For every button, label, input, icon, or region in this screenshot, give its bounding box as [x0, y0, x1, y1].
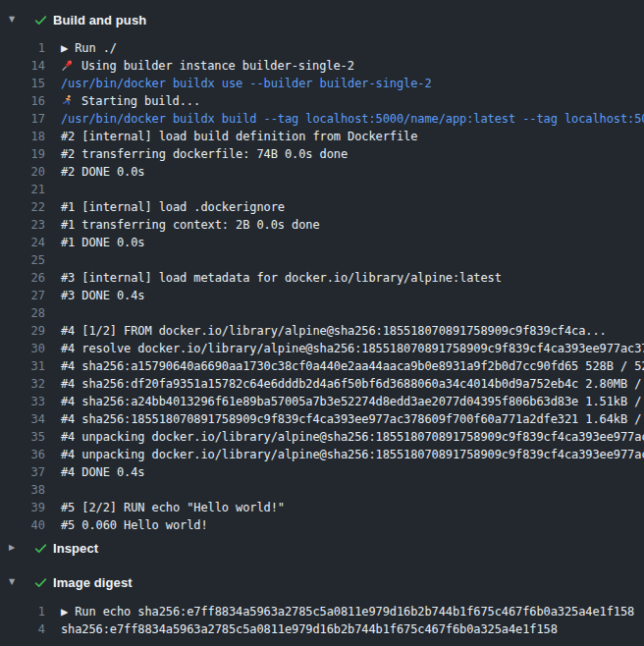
line-number[interactable]: 4: [0, 620, 45, 638]
log-line: 30 #4 resolve docker.io/library/alpine@s…: [0, 340, 644, 357]
line-number[interactable]: 19: [0, 145, 45, 163]
log-line: 25: [0, 251, 644, 269]
line-number[interactable]: 14: [0, 57, 45, 75]
line-text: #3 [internal] load metadata for docker.i…: [61, 269, 502, 287]
line-number[interactable]: 26: [0, 269, 45, 287]
line-number[interactable]: 16: [0, 92, 45, 110]
line-text: #2 DONE 0.0s: [61, 163, 145, 181]
line-number[interactable]: 1: [0, 603, 45, 620]
line-text: #4 unpacking docker.io/library/alpine@sh…: [61, 446, 644, 463]
step-build-and-push: ▼ Build and push 1 ▶ Run ./ 14 Using bui…: [0, 8, 644, 534]
line-number[interactable]: 30: [0, 340, 45, 357]
step-title: Inspect: [53, 541, 98, 556]
line-text: #1 DONE 0.0s: [61, 234, 145, 251]
step-title: Build and push: [53, 13, 146, 27]
line-text: #4 sha256:185518070891758909c9f839cf4ca3…: [61, 410, 644, 428]
log-line: 21: [0, 181, 644, 198]
line-number[interactable]: 29: [0, 322, 45, 340]
step-image-digest: ▼ Image digest 1 ▶ Run echo sha256:e7ff8…: [0, 570, 644, 638]
success-check-icon: [25, 575, 53, 590]
line-number[interactable]: 24: [0, 234, 45, 251]
log-line: 14 Using builder instance builder-single…: [0, 57, 644, 75]
log-line: 22 #1 [internal] load .dockerignore: [0, 198, 644, 216]
step-header[interactable]: ▼ Image digest: [0, 570, 644, 594]
line-number[interactable]: 36: [0, 446, 45, 463]
line-text: Starting build...: [61, 92, 200, 110]
log-line: 18 #2 [internal] load build definition f…: [0, 128, 644, 145]
log-line: 40 #5 0.060 Hello world!: [0, 516, 644, 534]
step-title: Image digest: [53, 575, 133, 590]
line-number[interactable]: 27: [0, 287, 45, 304]
line-number[interactable]: 39: [0, 499, 45, 516]
line-text: #4 sha256:df20fa9351a15782c64e6dddb2d4a6…: [61, 375, 644, 393]
line-number[interactable]: 17: [0, 110, 45, 128]
log-line: 20 #2 DONE 0.0s: [0, 163, 644, 181]
log-line: 36 #4 unpacking docker.io/library/alpine…: [0, 446, 644, 463]
pin-icon: [61, 59, 74, 72]
line-number[interactable]: 15: [0, 75, 45, 92]
log-line: 39 #5 [2/2] RUN echo "Hello world!": [0, 499, 644, 516]
log-line: 1 ▶ Run ./: [0, 39, 644, 57]
line-number[interactable]: 1: [0, 39, 45, 57]
line-number[interactable]: 33: [0, 393, 45, 410]
log-line: 23 #1 transferring context: 2B 0.0s done: [0, 216, 644, 234]
line-number[interactable]: 21: [0, 181, 45, 198]
line-text: #4 sha256:a15790640a6690aa1730c38cf0a440…: [61, 357, 644, 375]
log-line: 26 #3 [internal] load metadata for docke…: [0, 269, 644, 287]
line-text: #1 [internal] load .dockerignore: [61, 198, 285, 216]
line-text: #2 transferring dockerfile: 74B 0.0s don…: [61, 145, 348, 163]
line-number[interactable]: 25: [0, 251, 45, 269]
log-line: 31 #4 sha256:a15790640a6690aa1730c38cf0a…: [0, 357, 644, 375]
log-line: 19 #2 transferring dockerfile: 74B 0.0s …: [0, 145, 644, 163]
log-line: 35 #4 unpacking docker.io/library/alpine…: [0, 428, 644, 446]
log-line: 37 #4 DONE 0.4s: [0, 463, 644, 481]
log-line: 1 ▶ Run echo sha256:e7ff8834a5963a2785c5…: [0, 603, 644, 620]
log-line: 15 /usr/bin/docker buildx use --builder …: [0, 75, 644, 92]
line-text: #5 [2/2] RUN echo "Hello world!": [61, 499, 285, 516]
line-number[interactable]: 35: [0, 428, 45, 446]
line-number[interactable]: 20: [0, 163, 45, 181]
line-text: ▶ Run echo sha256:e7ff8834a5963a2785c5a0…: [61, 603, 634, 620]
caret-icon[interactable]: ▼: [9, 16, 25, 24]
success-check-icon: [25, 13, 53, 27]
line-text: #1 transferring context: 2B 0.0s done: [61, 216, 320, 234]
line-text: #4 DONE 0.4s: [61, 463, 145, 481]
line-text: #4 [1/2] FROM docker.io/library/alpine@s…: [61, 322, 607, 340]
line-text: #3 DONE 0.4s: [61, 287, 145, 304]
line-text: #4 unpacking docker.io/library/alpine@sh…: [61, 428, 644, 446]
line-text: #4 resolve docker.io/library/alpine@sha2…: [61, 340, 644, 357]
log-line: 16 Starting build...: [0, 92, 644, 110]
log-line: 32 #4 sha256:df20fa9351a15782c64e6dddb2d…: [0, 375, 644, 393]
line-number[interactable]: 22: [0, 198, 45, 216]
actions-log-viewer: ▼ Build and push 1 ▶ Run ./ 14 Using bui…: [0, 0, 644, 638]
line-number[interactable]: 31: [0, 357, 45, 375]
line-number[interactable]: 40: [0, 516, 45, 534]
caret-icon[interactable]: ▼: [9, 578, 25, 586]
log-line: 27 #3 DONE 0.4s: [0, 287, 644, 304]
line-number[interactable]: 32: [0, 375, 45, 393]
log-line: 29 #4 [1/2] FROM docker.io/library/alpin…: [0, 322, 644, 340]
runner-icon: [61, 94, 74, 107]
line-number[interactable]: 37: [0, 463, 45, 481]
line-text: #5 0.060 Hello world!: [61, 516, 208, 534]
line-text: /usr/bin/docker buildx build --tag local…: [61, 110, 644, 128]
line-text: Using builder instance builder-single-2: [61, 57, 354, 75]
line-number[interactable]: 34: [0, 410, 45, 428]
step-inspect: ▶ Inspect: [0, 536, 644, 560]
line-text: #4 sha256:a24bb4013296f61e89ba57005a7b3e…: [61, 393, 644, 410]
log-line: 34 #4 sha256:185518070891758909c9f839cf4…: [0, 410, 644, 428]
caret-icon[interactable]: ▶: [9, 544, 25, 552]
line-number[interactable]: 38: [0, 481, 45, 499]
line-number[interactable]: 18: [0, 128, 45, 145]
success-check-icon: [25, 541, 53, 556]
log-line: 33 #4 sha256:a24bb4013296f61e89ba57005a7…: [0, 393, 644, 410]
log-line: 4 sha256:e7ff8834a5963a2785c5a0811e979d1…: [0, 620, 644, 638]
log-line: 17 /usr/bin/docker buildx build --tag lo…: [0, 110, 644, 128]
log-line: 28: [0, 304, 644, 322]
step-lines: 1 ▶ Run ./ 14 Using builder instance bui…: [0, 39, 644, 534]
step-header[interactable]: ▼ Build and push: [0, 8, 644, 31]
step-header[interactable]: ▶ Inspect: [0, 536, 644, 560]
line-number[interactable]: 23: [0, 216, 45, 234]
line-text: /usr/bin/docker buildx use --builder bui…: [61, 75, 432, 92]
line-number[interactable]: 28: [0, 304, 45, 322]
